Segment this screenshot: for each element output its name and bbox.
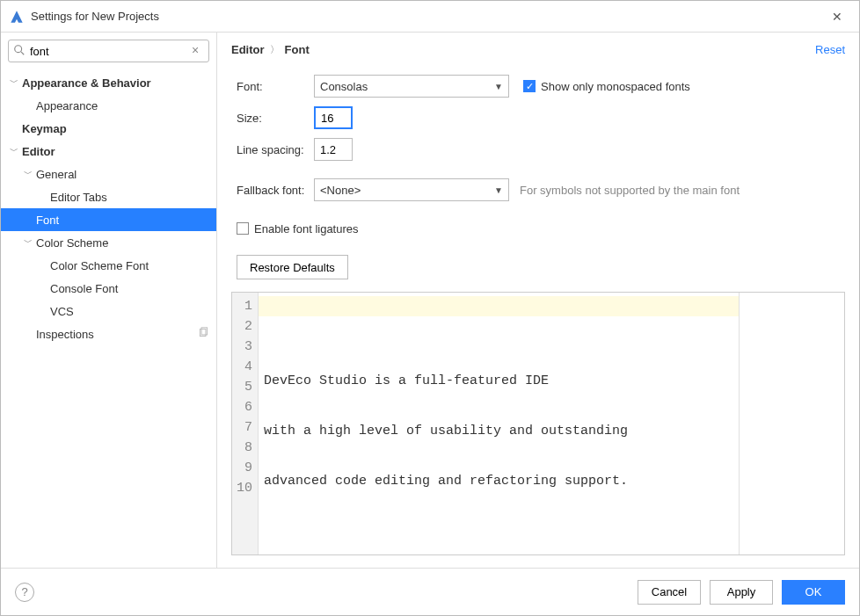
preview-line xyxy=(264,521,733,541)
font-combo-value: Consolas xyxy=(320,80,494,93)
chevron-down-icon: ﹀ xyxy=(8,145,20,157)
chevron-right-icon: 〉 xyxy=(270,43,280,56)
font-label: Font: xyxy=(237,80,314,93)
preview-right-margin xyxy=(739,293,844,554)
checkbox-unchecked-icon xyxy=(237,222,249,235)
size-label: Size: xyxy=(237,112,314,125)
tree-font[interactable]: Font xyxy=(1,208,216,231)
tree-label: Color Scheme xyxy=(36,236,108,250)
cancel-button[interactable]: Cancel xyxy=(638,580,701,605)
crumb-leaf: Font xyxy=(285,43,310,56)
settings-tree: ﹀ Appearance & Behavior Appearance Keyma… xyxy=(1,69,216,568)
ligatures-checkbox[interactable]: Enable font ligatures xyxy=(237,222,359,236)
search-input[interactable] xyxy=(8,40,209,62)
settings-window: Settings for New Projects ✕ × ﹀ Appearan… xyxy=(0,0,860,616)
font-combo[interactable]: Consolas ▼ xyxy=(314,75,509,98)
current-line-highlight xyxy=(259,296,739,316)
tree-label: Keymap xyxy=(22,122,67,135)
tree-label: VCS xyxy=(50,305,74,318)
mono-only-checkbox[interactable]: ✓ Show only monospaced fonts xyxy=(523,80,690,93)
row-ligatures: Enable font ligatures xyxy=(237,213,845,244)
dialog-footer: ? Cancel Apply OK xyxy=(1,568,859,615)
linespacing-label: Line spacing: xyxy=(237,143,314,156)
row-linespacing: Line spacing: xyxy=(237,134,845,165)
breadcrumb: Editor 〉 Font Reset xyxy=(231,43,845,56)
svg-point-0 xyxy=(15,46,22,53)
ligatures-label: Enable font ligatures xyxy=(254,222,359,236)
window-title: Settings for New Projects xyxy=(31,10,824,23)
tree-appearance-behavior[interactable]: ﹀ Appearance & Behavior xyxy=(1,71,216,94)
tree-color-scheme[interactable]: ﹀ Color Scheme xyxy=(1,231,216,254)
tree-keymap[interactable]: Keymap xyxy=(1,117,216,140)
fallback-combo-value: <None> xyxy=(320,184,494,197)
svg-line-1 xyxy=(21,52,24,54)
close-button[interactable]: ✕ xyxy=(824,10,850,24)
checkbox-checked-icon: ✓ xyxy=(523,80,536,92)
apply-button[interactable]: Apply xyxy=(710,580,773,605)
chevron-down-icon: ▼ xyxy=(494,82,503,91)
row-fallback: Fallback font: <None> ▼ For symbols not … xyxy=(237,174,845,206)
tree-appearance[interactable]: Appearance xyxy=(1,94,216,117)
content-panel: Editor 〉 Font Reset Font: Consolas ▼ ✓ S… xyxy=(217,33,859,568)
titlebar: Settings for New Projects ✕ xyxy=(1,1,859,33)
search-wrap: × xyxy=(1,33,216,69)
tree-label: General xyxy=(36,168,77,181)
preview-gutter: 12345678910 xyxy=(232,293,259,554)
tree-label: Font xyxy=(36,214,59,227)
help-button[interactable]: ? xyxy=(15,583,34,602)
preview-line: DevEco Studio is a full-featured IDE xyxy=(264,371,733,391)
tree-label: Appearance xyxy=(36,99,98,112)
tree-editor-tabs[interactable]: Editor Tabs xyxy=(1,185,216,208)
preview-line: with a high level of usability and outst… xyxy=(264,421,733,441)
fallback-hint: For symbols not supported by the main fo… xyxy=(520,184,740,197)
size-input[interactable] xyxy=(314,106,353,129)
font-form: Font: Consolas ▼ ✓ Show only monospaced … xyxy=(231,70,845,283)
tree-label: Color Scheme Font xyxy=(50,259,149,272)
dialog-body: × ﹀ Appearance & Behavior Appearance Key… xyxy=(1,33,859,568)
search-box: × xyxy=(8,40,209,62)
tree-label: Editor Tabs xyxy=(50,191,107,204)
app-logo-icon xyxy=(10,10,24,24)
row-restore: Restore Defaults xyxy=(237,251,845,283)
sidebar: × ﹀ Appearance & Behavior Appearance Key… xyxy=(1,33,217,568)
font-preview: 12345678910 DevEco Studio is a full-feat… xyxy=(231,292,845,555)
ok-button[interactable]: OK xyxy=(782,580,845,605)
tree-vcs[interactable]: VCS xyxy=(1,300,216,322)
preview-line: advanced code editing and refactoring su… xyxy=(264,471,733,491)
chevron-down-icon: ▼ xyxy=(494,185,503,195)
search-icon xyxy=(13,44,26,56)
tree-label: Inspections xyxy=(36,328,94,341)
row-size: Size: xyxy=(237,102,845,134)
reset-link[interactable]: Reset xyxy=(815,43,845,56)
tree-label: Appearance & Behavior xyxy=(22,76,151,90)
tree-inspections[interactable]: Inspections xyxy=(1,322,216,345)
tree-editor[interactable]: ﹀ Editor xyxy=(1,140,216,163)
chevron-down-icon: ﹀ xyxy=(8,76,20,89)
linespacing-input[interactable] xyxy=(314,138,353,161)
mono-only-label: Show only monospaced fonts xyxy=(541,80,690,93)
clear-search-icon[interactable]: × xyxy=(192,44,204,56)
restore-defaults-button[interactable]: Restore Defaults xyxy=(237,255,348,279)
fallback-label: Fallback font: xyxy=(237,184,314,197)
tree-console-font[interactable]: Console Font xyxy=(1,277,216,300)
tree-label: Editor xyxy=(22,145,55,158)
preview-code[interactable]: DevEco Studio is a full-featured IDE wit… xyxy=(259,293,739,554)
tree-label: Console Font xyxy=(50,282,118,295)
copy-icon xyxy=(198,327,209,341)
tree-color-scheme-font[interactable]: Color Scheme Font xyxy=(1,254,216,277)
chevron-down-icon: ﹀ xyxy=(22,168,34,180)
chevron-down-icon: ﹀ xyxy=(22,236,34,249)
row-font: Font: Consolas ▼ ✓ Show only monospaced … xyxy=(237,70,845,102)
fallback-combo[interactable]: <None> ▼ xyxy=(314,178,509,201)
tree-general[interactable]: ﹀ General xyxy=(1,163,216,185)
crumb-root: Editor xyxy=(231,43,265,56)
